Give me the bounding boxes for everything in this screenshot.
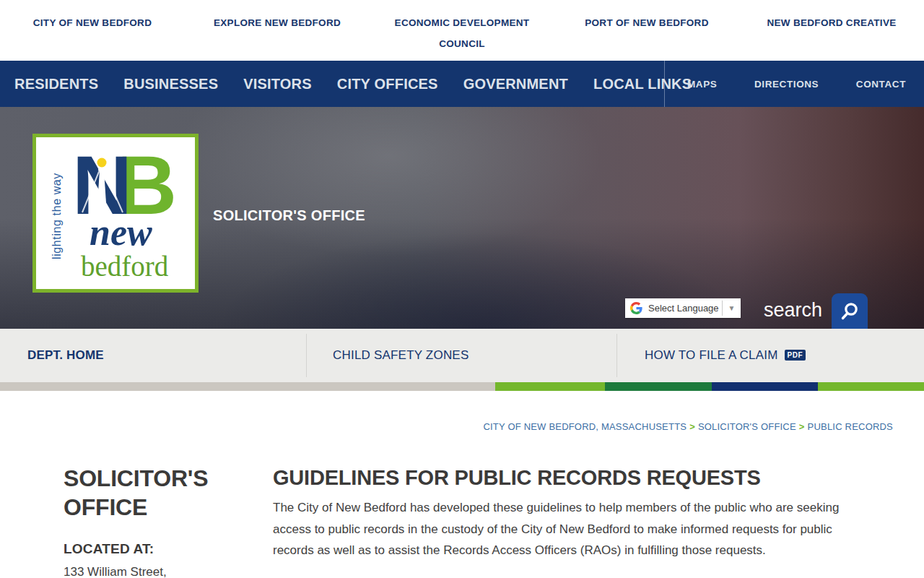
- search-button[interactable]: [832, 293, 868, 329]
- dept-nav-item-home[interactable]: DEPT. HOME: [0, 348, 306, 363]
- address-line: 133 William Street,: [64, 565, 245, 578]
- utility-nav: CITY OF NEW BEDFORD EXPLORE NEW BEDFORD …: [0, 0, 924, 61]
- stripe-segment-dark-green: [605, 382, 712, 391]
- dept-nav-item-child-safety-zones[interactable]: CHILD SAFETY ZONES: [307, 348, 616, 363]
- city-logo[interactable]: lighting the way B N new bedford: [32, 134, 199, 293]
- stripe-segment-gray: [0, 382, 495, 391]
- how-to-file-a-claim-link[interactable]: HOW TO FILE A CLAIM: [645, 348, 778, 362]
- logo-wordmark-bedford: bedford: [81, 251, 168, 282]
- utility-link-port-of-new-bedford[interactable]: PORT OF NEW BEDFORD: [585, 12, 708, 33]
- select-language-label: Select Language: [648, 303, 719, 314]
- nav-item-government[interactable]: GOVERNMENT: [463, 76, 568, 92]
- nav-item-visitors[interactable]: VISITORS: [243, 76, 312, 92]
- search-icon: [839, 301, 860, 322]
- breadcrumb-link-city[interactable]: CITY OF NEW BEDFORD, MASSACHUSETTS: [483, 421, 687, 432]
- logo-tagline: lighting the way: [51, 151, 65, 281]
- main-nav-secondary: MAPS DIRECTIONS CONTACT: [665, 61, 924, 107]
- article: GUIDELINES FOR PUBLIC RECORDS REQUESTS T…: [273, 464, 855, 578]
- language-dropdown-button[interactable]: ▼: [722, 301, 741, 316]
- google-logo-icon: [630, 302, 642, 314]
- stripe-segment-navy: [712, 382, 818, 391]
- main-nav: RESIDENTS BUSINESSES VISITORS CITY OFFIC…: [0, 61, 924, 107]
- article-paragraph: The City of New Bedford has developed th…: [273, 497, 855, 561]
- search-input[interactable]: [762, 296, 829, 324]
- breadcrumb-separator: >: [689, 421, 695, 432]
- pdf-badge: PDF: [785, 350, 806, 361]
- department-nav: DEPT. HOME CHILD SAFETY ZONES HOW TO FIL…: [0, 329, 924, 382]
- main-nav-primary: RESIDENTS BUSINESSES VISITORS CITY OFFIC…: [0, 61, 665, 107]
- stripe-segment-light-green: [818, 382, 924, 391]
- page-title: GUIDELINES FOR PUBLIC RECORDS REQUESTS: [273, 465, 855, 490]
- child-safety-zones-link[interactable]: CHILD SAFETY ZONES: [333, 348, 468, 362]
- nav-item-residents[interactable]: RESIDENTS: [14, 76, 98, 92]
- google-translate-widget[interactable]: Select Language ▼: [625, 298, 741, 318]
- breadcrumb: CITY OF NEW BEDFORD, MASSACHUSETTS>SOLIC…: [0, 421, 893, 432]
- utility-link-explore-new-bedford[interactable]: EXPLORE NEW BEDFORD: [214, 12, 341, 33]
- utility-link-economic-development-council[interactable]: ECONOMIC DEVELOPMENT COUNCIL: [385, 12, 539, 54]
- breadcrumb-separator: >: [799, 421, 805, 432]
- main-content: SOLICITOR'S OFFICE LOCATED AT: 133 Willi…: [0, 464, 924, 578]
- dept-nav-item-how-to-file-a-claim[interactable]: HOW TO FILE A CLAIMPDF: [617, 348, 924, 363]
- stripe-segment-light-green: [495, 382, 605, 391]
- nav-item-businesses[interactable]: BUSINESSES: [123, 76, 218, 92]
- chevron-down-icon: ▼: [728, 304, 736, 312]
- nav-item-maps[interactable]: MAPS: [687, 79, 717, 90]
- nav-item-directions[interactable]: DIRECTIONS: [754, 79, 819, 90]
- utility-link-new-bedford-creative[interactable]: NEW BEDFORD CREATIVE: [767, 12, 896, 33]
- breadcrumb-current-page: PUBLIC RECORDS: [808, 421, 893, 432]
- sidebar-title: SOLICITOR'S OFFICE: [64, 464, 245, 522]
- breadcrumb-link-solicitors-office[interactable]: SOLICITOR'S OFFICE: [698, 421, 796, 432]
- department-sidebar: SOLICITOR'S OFFICE LOCATED AT: 133 Willi…: [64, 464, 245, 578]
- utility-link-city-of-new-bedford[interactable]: CITY OF NEW BEDFORD: [33, 12, 152, 33]
- department-title: SOLICITOR'S OFFICE: [213, 207, 365, 224]
- accent-stripe: [0, 382, 924, 391]
- nav-item-city-offices[interactable]: CITY OFFICES: [337, 76, 438, 92]
- located-at-label: LOCATED AT:: [64, 541, 245, 557]
- logo-wordmark-new: new: [90, 214, 152, 251]
- nav-item-contact[interactable]: CONTACT: [856, 79, 906, 90]
- hero-banner: lighting the way B N new bedford SOLICIT…: [0, 107, 924, 329]
- dept-home-link[interactable]: DEPT. HOME: [27, 348, 104, 362]
